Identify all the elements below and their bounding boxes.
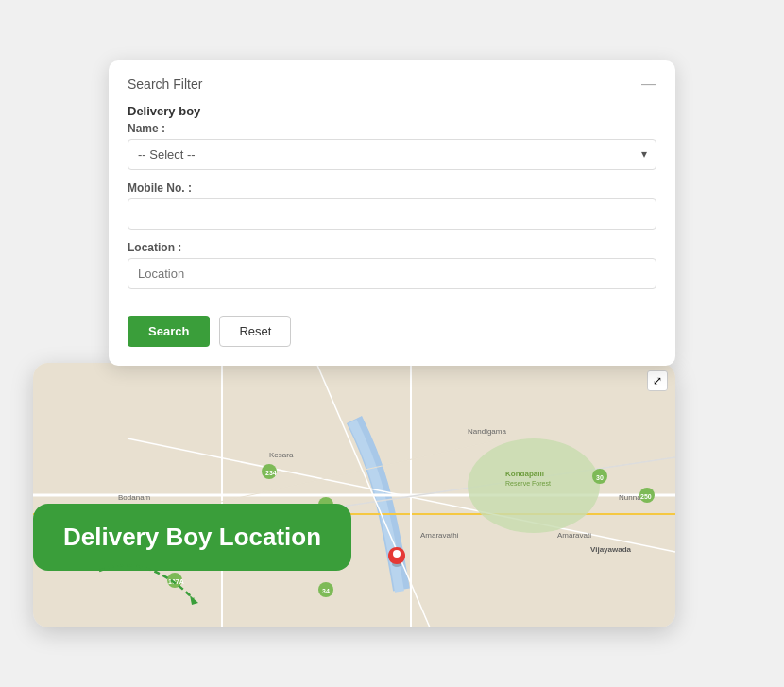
svg-text:Reserve Forest: Reserve Forest xyxy=(505,480,551,487)
svg-text:Amaravathi: Amaravathi xyxy=(420,531,459,540)
location-section: Location : xyxy=(128,241,656,301)
svg-text:Bodanam: Bodanam xyxy=(118,493,151,502)
reset-button[interactable]: Reset xyxy=(219,316,291,347)
map-fullscreen-button[interactable]: ⤢ xyxy=(647,370,668,391)
svg-text:Nunna: Nunna xyxy=(619,493,641,502)
close-icon[interactable]: — xyxy=(641,76,656,93)
name-select[interactable]: -- Select -- xyxy=(128,139,656,170)
mobile-label: Mobile No. : xyxy=(128,181,656,195)
location-input[interactable] xyxy=(128,258,656,289)
svg-text:Kondapalli: Kondapalli xyxy=(505,470,544,478)
search-filter-card: Search Filter — Delivery boy Name : -- S… xyxy=(109,60,675,366)
dashed-arrow-decoration xyxy=(90,561,203,609)
svg-point-38 xyxy=(393,550,401,558)
svg-text:Nandigama: Nandigama xyxy=(468,427,506,436)
svg-text:Amaravati: Amaravati xyxy=(557,531,591,540)
banner-text: Delivery Boy Location xyxy=(63,523,321,551)
svg-marker-0 xyxy=(190,595,198,605)
name-label: Name : xyxy=(128,122,656,135)
name-select-wrapper: -- Select -- ▾ xyxy=(128,139,656,170)
button-row: Search Reset xyxy=(128,316,656,347)
svg-text:Vijayawada: Vijayawada xyxy=(590,545,632,554)
card-title: Search Filter xyxy=(128,77,202,92)
svg-text:234: 234 xyxy=(265,470,277,476)
search-button[interactable]: Search xyxy=(128,316,210,347)
svg-text:250: 250 xyxy=(640,493,652,500)
svg-text:Kesara: Kesara xyxy=(269,451,294,459)
card-header: Search Filter — xyxy=(128,76,656,93)
location-label: Location : xyxy=(128,241,656,254)
delivery-boy-section-title: Delivery boy xyxy=(128,104,656,118)
svg-text:30: 30 xyxy=(596,474,604,481)
mobile-input[interactable] xyxy=(128,198,656,230)
fullscreen-icon: ⤢ xyxy=(653,374,662,387)
svg-text:34: 34 xyxy=(322,588,330,594)
